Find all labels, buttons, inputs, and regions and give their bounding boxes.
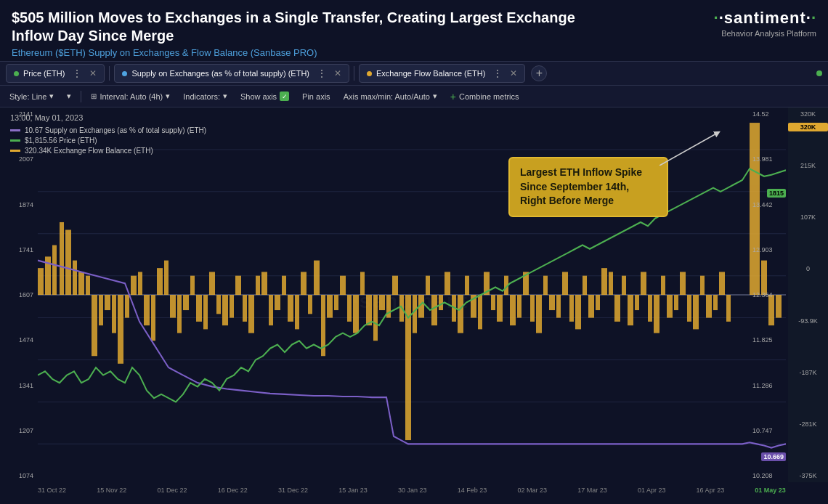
svg-rect-111 — [700, 276, 705, 295]
svg-rect-87 — [543, 276, 548, 295]
svg-rect-35 — [203, 295, 208, 329]
brand-logo: ··santiment·· — [714, 9, 816, 28]
axis-12.364: 12.364 — [751, 291, 784, 298]
svg-rect-22 — [118, 295, 123, 364]
left-axis-1874: 1874 — [1, 201, 35, 208]
svg-rect-85 — [530, 295, 535, 322]
style-selector[interactable]: Style: Line ▾ — [6, 90, 57, 102]
tab-price-label: Price (ETH) — [23, 69, 65, 78]
tab-supply-more[interactable]: ⋮ — [314, 68, 330, 79]
svg-rect-25 — [138, 272, 142, 295]
header-right: ··santiment·· Behavior Analysis Platform — [714, 9, 816, 38]
svg-rect-56 — [340, 276, 346, 295]
show-axis-checkbox[interactable] — [280, 92, 289, 101]
svg-rect-100 — [628, 295, 633, 325]
tab-flow-dot — [367, 71, 372, 76]
svg-rect-44 — [261, 272, 267, 295]
flow-neg281k: -281K — [790, 420, 827, 428]
svg-rect-75 — [465, 276, 469, 295]
svg-rect-43 — [256, 276, 260, 295]
add-tab-button[interactable]: + — [531, 65, 547, 81]
svg-rect-91 — [569, 295, 574, 322]
svg-rect-101 — [635, 295, 639, 310]
pin-axis-toggle[interactable]: Pin axis — [299, 91, 334, 102]
tab-supply[interactable]: Supply on Exchanges (as % of total suppl… — [114, 64, 349, 83]
tab-flow[interactable]: Exchange Flow Balance (ETH) ⋮ ✕ — [359, 64, 525, 83]
indicators-selector[interactable]: Indicators: ▾ — [179, 90, 231, 102]
tab-supply-close[interactable]: ✕ — [334, 68, 341, 78]
svg-rect-86 — [536, 295, 542, 333]
svg-rect-80 — [497, 295, 503, 322]
svg-rect-89 — [556, 295, 561, 318]
combine-metrics-button[interactable]: + Combine metrics — [447, 89, 523, 104]
svg-rect-13 — [60, 222, 64, 295]
tab-price[interactable]: Price (ETH) ⋮ ✕ — [6, 64, 105, 83]
axis-maxmin-selector[interactable]: Axis max/min: Auto/Auto ▾ — [340, 90, 441, 102]
show-axis-toggle[interactable]: Show axis — [237, 90, 293, 102]
left-axis-1341: 1341 — [1, 382, 35, 389]
interval-selector[interactable]: ⊞ Interval: Auto (4h) ▾ — [87, 90, 174, 102]
tab-price-more[interactable]: ⋮ — [69, 68, 85, 79]
tab-supply-label: Supply on Exchanges (as % of total suppl… — [131, 69, 309, 78]
svg-rect-74 — [458, 295, 463, 333]
svg-rect-62 — [379, 295, 385, 310]
header: $505 Million Moves to Exchanges in a Sin… — [0, 0, 828, 61]
x-label-3: 16 Dec 22 — [218, 487, 248, 494]
svg-rect-37 — [216, 295, 221, 314]
svg-rect-94 — [588, 295, 594, 318]
svg-rect-70 — [431, 295, 437, 325]
price-badge-yellow: 320K — [788, 123, 828, 131]
svg-rect-67 — [413, 295, 417, 333]
left-axis-1074: 1074 — [1, 472, 35, 479]
style-label: Style: Line — [9, 92, 46, 101]
tab-flow-close[interactable]: ✕ — [510, 68, 517, 78]
legend-item-price: $1,815.56 Price (ETH) — [10, 137, 206, 145]
tab-flow-more[interactable]: ⋮ — [490, 68, 506, 79]
flow-neg375k: -375K — [790, 472, 827, 479]
axis-maxmin-label: Axis max/min: Auto/Auto — [344, 92, 430, 101]
page-subtitle: Ethereum ($ETH) Supply on Exchanges & Fl… — [12, 47, 578, 58]
svg-rect-104 — [654, 295, 659, 333]
indicators-chevron-icon: ▾ — [223, 92, 227, 101]
style-extra[interactable]: ▾ — [63, 90, 75, 102]
svg-rect-95 — [596, 295, 600, 310]
chart-legend: 13:00, May 01, 2023 10.67 Supply on Exch… — [10, 113, 206, 157]
x-label-9: 17 Mar 23 — [577, 487, 607, 494]
legend-item-flow: 320.34K Exchange Flow Balance (ETH) — [10, 147, 206, 155]
tab-price-close[interactable]: ✕ — [89, 68, 97, 78]
svg-rect-12 — [52, 245, 57, 295]
svg-rect-99 — [622, 276, 626, 295]
toolbar-sep-1 — [81, 91, 81, 102]
x-label-0: 31 Oct 22 — [38, 487, 66, 494]
chart-container[interactable]: ·santiment· — [0, 107, 828, 495]
svg-rect-61 — [373, 295, 378, 341]
x-axis: 31 Oct 22 15 Nov 22 01 Dec 22 16 Dec 22 … — [38, 485, 786, 495]
svg-rect-39 — [230, 295, 234, 318]
svg-rect-112 — [706, 295, 712, 318]
legend-value-flow: 320.34K Exchange Flow Balance (ETH) — [25, 147, 153, 155]
svg-rect-97 — [609, 272, 613, 295]
x-label-1: 15 Nov 22 — [97, 487, 126, 494]
svg-rect-55 — [334, 295, 338, 310]
svg-line-120 — [659, 133, 718, 166]
show-axis-label: Show axis — [240, 92, 277, 101]
combine-metrics-label: Combine metrics — [459, 92, 519, 101]
x-label-10: 01 Apr 23 — [638, 487, 666, 494]
left-axis: 2141 2007 1874 1741 1607 1474 1341 1207 … — [0, 107, 36, 482]
svg-rect-10 — [38, 268, 44, 295]
svg-rect-113 — [713, 295, 718, 310]
header-left: $505 Million Moves to Exchanges in a Sin… — [12, 9, 578, 58]
svg-rect-47 — [282, 276, 286, 295]
svg-rect-32 — [183, 295, 189, 310]
svg-rect-51 — [308, 295, 312, 314]
svg-rect-18 — [92, 295, 97, 356]
style-chevron-icon: ▾ — [49, 92, 54, 101]
svg-rect-50 — [301, 272, 307, 295]
left-axis-1607: 1607 — [1, 291, 35, 298]
svg-rect-58 — [353, 295, 359, 333]
flow-neg93k: -93.9K — [790, 317, 827, 325]
svg-rect-105 — [661, 276, 665, 295]
price-line — [38, 168, 786, 402]
x-label-11: 16 Apr 23 — [697, 487, 725, 494]
svg-rect-28 — [157, 268, 163, 295]
